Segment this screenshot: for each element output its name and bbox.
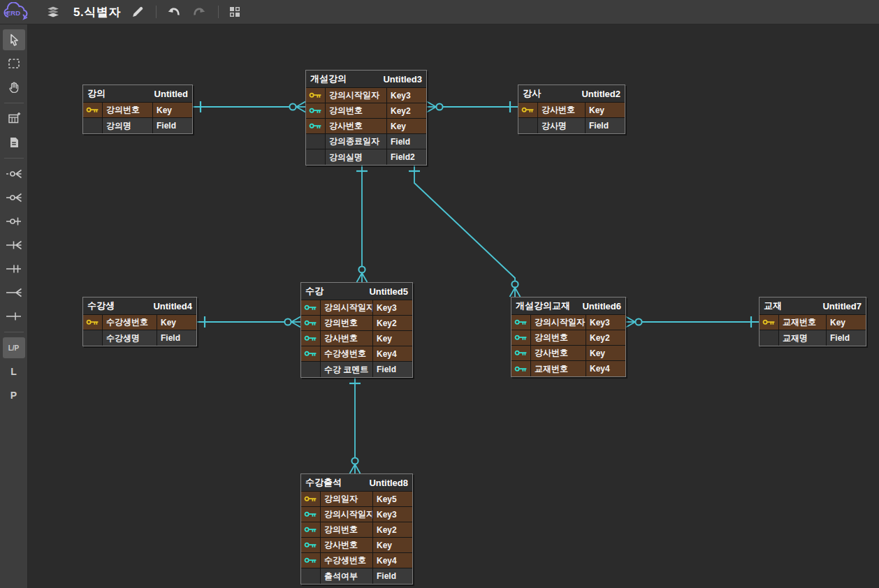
key-cell: [511, 315, 531, 330]
edit-pencil-icon[interactable]: [131, 5, 145, 19]
tool-physical-mode[interactable]: P: [3, 385, 25, 406]
entity-column-row[interactable]: 강사번호Key: [301, 538, 412, 553]
column-name: 강의번호: [531, 330, 586, 345]
tool-rel-one-one[interactable]: [3, 258, 25, 279]
entity-untitled5[interactable]: 수강Untitled5강의시작일자Key3강의번호Key2강사번호Key수강생번…: [300, 282, 413, 378]
entity-column-row[interactable]: 강의번호Key: [83, 103, 192, 118]
entity-header[interactable]: 수강생Untitled4: [83, 297, 196, 314]
redo-icon[interactable]: [191, 6, 207, 18]
cardinality-many-crowfoot: [427, 107, 436, 112]
entity-column-row[interactable]: 강의종료일자Field: [306, 134, 426, 149]
entity-column-row[interactable]: 수강 코멘트Field: [301, 362, 412, 377]
entity-column-row[interactable]: 수강생번호Key4: [301, 553, 412, 568]
toolbar-sidebar: L/PLP: [0, 24, 28, 588]
entity-header[interactable]: 강의Untitled: [83, 85, 192, 102]
tool-rel-zero-many-non-identifying[interactable]: [3, 163, 25, 184]
tool-new-table[interactable]: [3, 108, 25, 129]
column-type: Key4: [373, 553, 412, 568]
cardinality-zero-circle: [635, 318, 641, 325]
relationship-openlecture-to-coursebook[interactable]: [414, 163, 515, 281]
tool-lp-toggle[interactable]: L/P: [3, 337, 25, 358]
entity-untitled8[interactable]: 수강출석Untitled8강의일자Key5강의시작일자Key3강의번호Key2강…: [300, 473, 413, 585]
cardinality-many-crowfoot: [626, 317, 635, 323]
column-name: 강의시작일자: [321, 300, 373, 315]
column-type: Field: [827, 330, 866, 346]
key-cell: [83, 103, 103, 117]
entity-header[interactable]: 수강Untitled5: [301, 283, 412, 300]
tool-rel-zero-one[interactable]: [3, 211, 25, 232]
tool-select[interactable]: [3, 29, 25, 50]
entity-header[interactable]: 교재Untitled7: [760, 297, 866, 314]
entity-logical-name: Untitled2: [581, 89, 620, 99]
entity-column-row[interactable]: 강사번호Key: [301, 331, 412, 346]
minimap-grid-icon[interactable]: [228, 6, 241, 18]
entity-header[interactable]: 강사Untitled2: [518, 85, 625, 102]
entity-untitled2[interactable]: 강사Untitled2강사번호Key강사명Field: [518, 84, 625, 134]
tool-rel-one-many[interactable]: [3, 235, 25, 256]
entity-column-row[interactable]: 강사번호Key: [306, 119, 426, 134]
entity-column-row[interactable]: 강의실명Field2: [306, 149, 426, 165]
entity-column-row[interactable]: 수강생명Field: [83, 330, 196, 346]
entity-column-row[interactable]: 강의일자Key5: [301, 492, 412, 507]
cardinality-zero-circle: [358, 266, 365, 272]
entity-column-row[interactable]: 강의번호Key2: [511, 330, 625, 346]
entity-column-row[interactable]: 교재번호Key4: [511, 361, 625, 376]
entity-column-row[interactable]: 강의번호Key2: [306, 103, 426, 119]
entity-column-row[interactable]: 강의번호Key2: [301, 522, 412, 538]
tool-rel-zero-many[interactable]: [3, 187, 25, 208]
entity-column-row[interactable]: 수강생번호Key4: [301, 346, 412, 362]
tool-logical-mode[interactable]: L: [3, 361, 25, 382]
entity-column-row[interactable]: 강사번호Key: [518, 103, 625, 118]
cardinality-many-crowfoot: [296, 107, 305, 112]
entity-untitled4[interactable]: 수강생Untitled4수강생번호Key수강생명Field: [82, 297, 197, 346]
entity-column-row[interactable]: 교재번호Key: [760, 315, 866, 330]
tool-rel-one[interactable]: [3, 306, 25, 327]
column-name: 강의번호: [326, 103, 387, 118]
column-name: 강사번호: [321, 331, 373, 346]
cardinality-zero-circle: [511, 281, 518, 287]
entity-column-row[interactable]: 강사번호Key: [511, 346, 625, 361]
key-cell: [301, 362, 321, 377]
entity-column-row[interactable]: 강의시작일자Key3: [301, 300, 412, 316]
primary-key-icon: [86, 106, 99, 114]
tool-marquee-select[interactable]: [3, 53, 25, 74]
entity-column-row[interactable]: 수강생번호Key: [83, 315, 196, 330]
entity-column-row[interactable]: 출석여부Field: [301, 568, 412, 584]
entity-untitled[interactable]: 강의Untitled강의번호Key강의명Field: [82, 84, 193, 134]
key-cell: [306, 119, 326, 133]
entity-column-row[interactable]: 강의시작일자Key3: [306, 88, 426, 103]
entity-untitled3[interactable]: 개설강의Untitled3강의시작일자Key3강의번호Key2강사번호Key강의…: [305, 70, 427, 166]
tool-pan-hand[interactable]: [3, 77, 25, 98]
entity-column-row[interactable]: 강의번호Key2: [301, 316, 412, 331]
key-cell: [301, 331, 321, 346]
tool-rel-many[interactable]: [3, 282, 25, 303]
diagram-stack-icon[interactable]: [44, 4, 62, 20]
cardinality-zero-circle: [351, 457, 358, 464]
entity-column-row[interactable]: 강의시작일자Key3: [301, 507, 412, 522]
tool-label: P: [10, 390, 17, 401]
primary-key-icon: [86, 318, 99, 326]
key-cell: [760, 315, 779, 330]
entity-untitled7[interactable]: 교재Untitled7교재번호Key교재명Field: [759, 297, 866, 346]
key-cell: [301, 300, 321, 315]
column-name: 강사번호: [321, 538, 373, 552]
column-type: Key2: [387, 103, 426, 118]
entity-column-row[interactable]: 교재명Field: [760, 330, 866, 346]
undo-icon[interactable]: [166, 6, 182, 18]
entity-header[interactable]: 개설강의Untitled3: [306, 71, 426, 87]
entity-header[interactable]: 수강출석Untitled8: [301, 474, 412, 491]
column-type: Key: [586, 346, 625, 360]
entity-name: 수강: [305, 285, 324, 297]
primary-key-icon: [762, 318, 776, 326]
column-type: Field: [153, 118, 192, 133]
entity-column-row[interactable]: 강사명Field: [518, 118, 625, 133]
entity-column-row[interactable]: 강의명Field: [83, 118, 192, 133]
erd-cloud-logo[interactable]: ERD: [2, 2, 34, 22]
entity-header[interactable]: 개설강의교재Untitled6: [511, 297, 625, 314]
entity-column-row[interactable]: 강의시작일자Key3: [511, 315, 625, 330]
entity-untitled6[interactable]: 개설강의교재Untitled6강의시작일자Key3강의번호Key2강사번호Key…: [511, 297, 626, 377]
entity-body: 강의번호Key강의명Field: [83, 102, 192, 133]
column-name: 강의시작일자: [321, 507, 373, 522]
tool-new-memo[interactable]: [3, 132, 25, 153]
column-type: Key: [373, 331, 412, 346]
